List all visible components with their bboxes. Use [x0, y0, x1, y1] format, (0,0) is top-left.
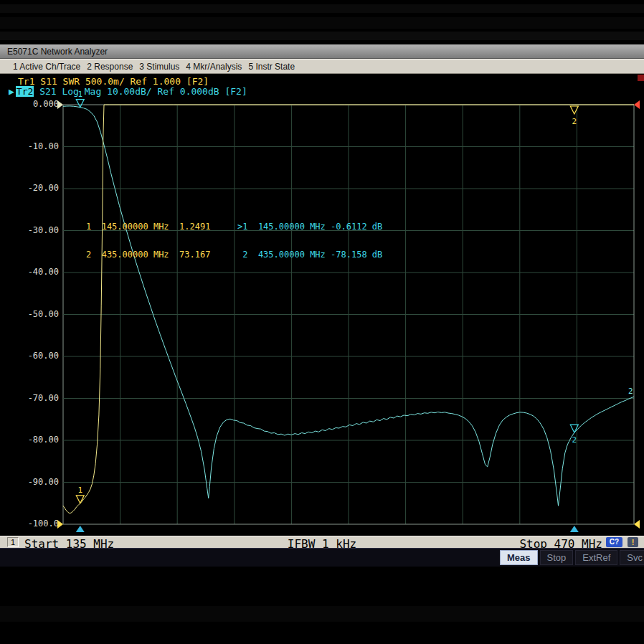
- background-band: [0, 17, 644, 29]
- ref-arrow-top-left-icon: [57, 100, 63, 109]
- menu-mkr-analysis[interactable]: 4 Mkr/Analysis: [186, 62, 242, 72]
- correction-status-badge: C?: [606, 537, 622, 547]
- meas-status-button[interactable]: Meas: [500, 550, 538, 565]
- menu-instr-state[interactable]: 5 Instr State: [248, 62, 295, 72]
- analyzer-screen: E5071C Network Analyzer 1 Active Ch/Trac…: [0, 0, 644, 644]
- marker-2-label-swr: 2: [572, 117, 577, 126]
- marker-readout-row: >1 145.00000 MHz -0.6112 dB: [237, 222, 382, 232]
- menu-response[interactable]: 2 Response: [87, 62, 133, 72]
- alert-icon: !: [628, 537, 638, 547]
- marker-1-label-s21: 1: [77, 90, 82, 99]
- window-title: E5071C Network Analyzer: [7, 47, 108, 57]
- marker-2-label-s21: 2: [572, 435, 577, 445]
- marker-stimulus-triangle-icon[interactable]: [570, 526, 579, 532]
- marker-stimulus-triangle-icon[interactable]: [76, 526, 85, 532]
- marker-1-label-swr: 1: [77, 486, 82, 495]
- stop-status-button[interactable]: Stop: [540, 550, 574, 565]
- background-band: [0, 32, 644, 40]
- marker-readout-row: 2 435.00000 MHz 73.167: [86, 250, 210, 260]
- ref-arrow-bottom-left-icon: [57, 520, 63, 529]
- marker-readout-trace1: 1 145.00000 MHz 1.2491 2 435.00000 MHz 7…: [86, 204, 210, 278]
- menu-stimulus[interactable]: 3 Stimulus: [139, 62, 179, 72]
- trace-end-number-label: 2: [628, 387, 633, 396]
- marker-readout-trace2: >1 145.00000 MHz -0.6112 dB 2 435.00000 …: [237, 204, 382, 278]
- ref-arrow-top-right-icon: [634, 100, 640, 109]
- graph-area: 12122: [0, 74, 644, 536]
- ref-arrow-bottom-right-icon: [634, 520, 640, 529]
- menu-bar: 1 Active Ch/Trace 2 Response 3 Stimulus …: [0, 59, 644, 74]
- menu-active-ch-trace[interactable]: 1 Active Ch/Trace: [13, 62, 80, 72]
- instrument-status-bar: Meas Stop ExtRef Svc: [0, 548, 644, 567]
- marker-readout-row: 2 435.00000 MHz -78.158 dB: [237, 250, 382, 260]
- marker-readout-row: 1 145.00000 MHz 1.2491: [86, 222, 210, 232]
- extref-status-button[interactable]: ExtRef: [575, 550, 617, 565]
- background-band: [0, 606, 644, 622]
- title-bar: E5071C Network Analyzer: [0, 44, 644, 59]
- channel-number-box: 1: [7, 537, 19, 547]
- svc-status-button[interactable]: Svc: [620, 550, 644, 565]
- marker-1-triangle-s21[interactable]: [76, 100, 84, 108]
- background-band: [0, 4, 644, 13]
